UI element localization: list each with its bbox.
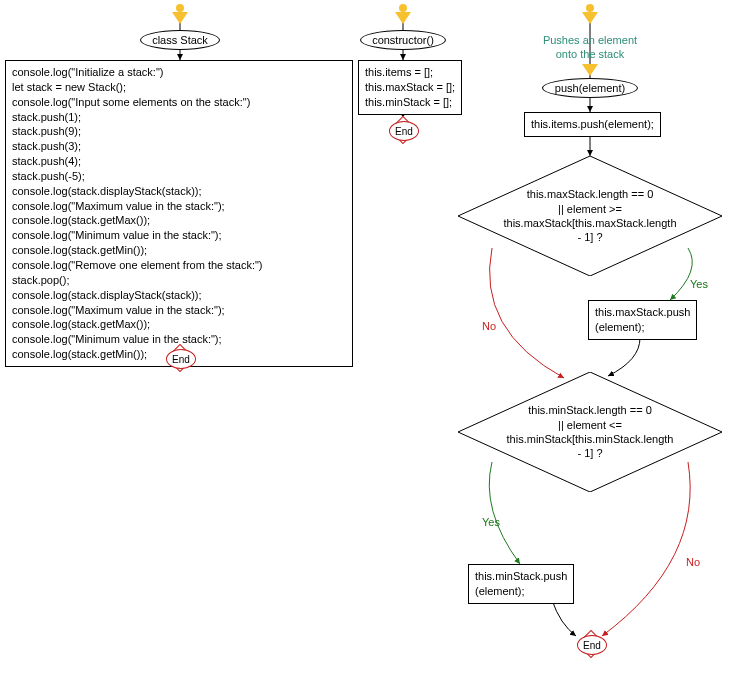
action-minstack-push: this.minStack.push (element); bbox=[468, 564, 574, 604]
constructor-body: this.items = []; this.maxStack = []; thi… bbox=[358, 60, 462, 115]
action-maxstack-push: this.maxStack.push (element); bbox=[588, 300, 697, 340]
start-dot-constructor bbox=[399, 4, 407, 12]
no-label-2: No bbox=[686, 556, 700, 568]
no-label-1: No bbox=[482, 320, 496, 332]
start-dot-push bbox=[586, 4, 594, 12]
comment-arrow-push bbox=[582, 64, 598, 76]
class-stack-label: class Stack bbox=[152, 34, 208, 46]
start-dot-stack bbox=[176, 4, 184, 12]
end-push: End bbox=[574, 632, 608, 656]
end-constructor: End bbox=[386, 118, 420, 142]
class-stack-title: class Stack bbox=[140, 30, 220, 50]
push-step1: this.items.push(element); bbox=[524, 112, 661, 137]
yes-label-2: Yes bbox=[482, 516, 500, 528]
decision-minstack: this.minStack.length == 0 || element <= … bbox=[458, 372, 722, 492]
decision-minstack-label: this.minStack.length == 0 || element <= … bbox=[458, 372, 722, 492]
start-arrow-stack bbox=[172, 12, 188, 24]
end-label-push: End bbox=[583, 640, 601, 651]
constructor-label: constructor() bbox=[372, 34, 434, 46]
end-stack: End bbox=[163, 346, 197, 370]
end-label-stack: End bbox=[172, 354, 190, 365]
yes-label-1: Yes bbox=[690, 278, 708, 290]
end-label-constructor: End bbox=[395, 126, 413, 137]
decision-maxstack: this.maxStack.length == 0 || element >= … bbox=[458, 156, 722, 276]
start-arrow-push bbox=[582, 12, 598, 24]
class-stack-body: console.log("Initialize a stack:") let s… bbox=[5, 60, 353, 367]
start-arrow-constructor bbox=[395, 12, 411, 24]
push-comment: Pushes an element onto the stack bbox=[536, 34, 644, 62]
push-label: push(element) bbox=[555, 82, 625, 94]
push-title: push(element) bbox=[542, 78, 638, 98]
constructor-title: constructor() bbox=[360, 30, 446, 50]
decision-maxstack-label: this.maxStack.length == 0 || element >= … bbox=[458, 156, 722, 276]
